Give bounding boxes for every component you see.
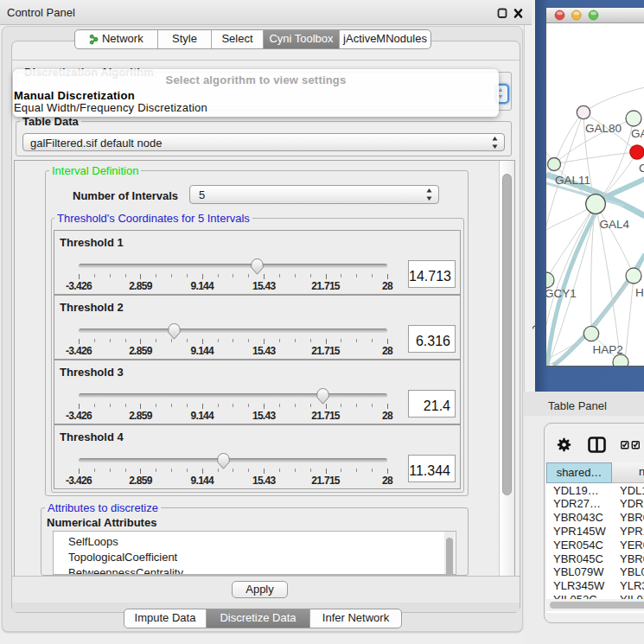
- svg-text:HAP2: HAP2: [593, 343, 623, 356]
- svg-text:CY: CY: [639, 162, 644, 175]
- svg-text:HIS4: HIS4: [635, 286, 644, 299]
- svg-text:GCY1: GCY1: [546, 287, 577, 300]
- svg-text:GAL11: GAL11: [555, 174, 590, 187]
- svg-text:GAL80: GAL80: [585, 122, 622, 135]
- svg-text:GA: GA: [631, 127, 644, 140]
- svg-text:GAL4: GAL4: [600, 218, 630, 231]
